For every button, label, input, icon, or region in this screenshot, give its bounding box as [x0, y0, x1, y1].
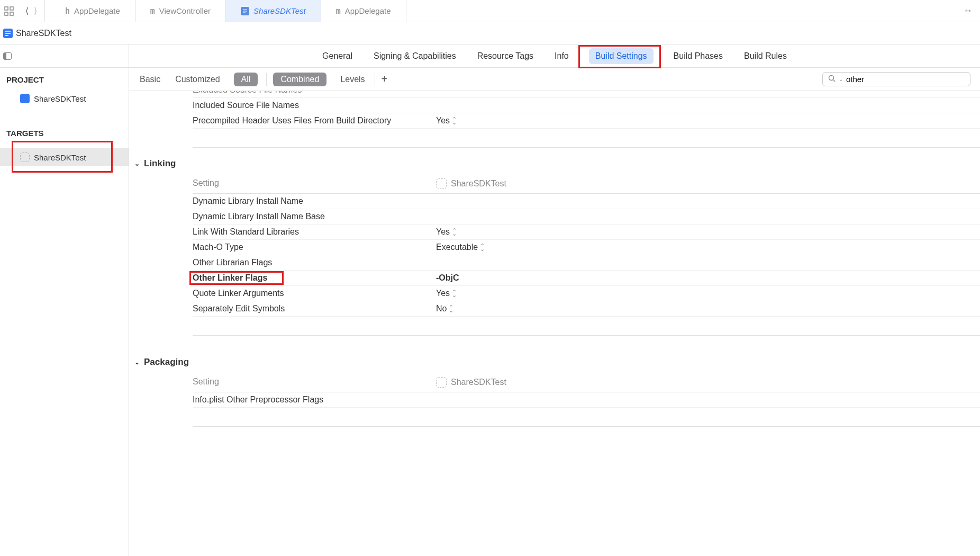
tab-signing[interactable]: Signing & Capabilities — [373, 47, 457, 65]
highlight-box — [189, 271, 284, 285]
tab-appdelegate-h[interactable]: h AppDelegate — [50, 0, 135, 22]
back-arrow-icon[interactable]: ⟨ — [23, 4, 31, 18]
tab-info[interactable]: Info — [553, 47, 570, 65]
dropdown-indicator-icon: ⌃⌄ — [449, 306, 453, 312]
add-setting-button[interactable]: + — [382, 73, 388, 85]
divider — [266, 73, 267, 86]
tab-build-phases[interactable]: Build Phases — [673, 47, 724, 65]
target-icon — [436, 178, 447, 189]
tab-general[interactable]: General — [321, 47, 353, 65]
divider — [375, 73, 375, 86]
tab-sharesdktest[interactable]: ShareSDKTest — [226, 0, 321, 22]
table-row[interactable]: Separately Edit Symbols No ⌃⌄ — [193, 301, 980, 317]
tab-resource-tags[interactable]: Resource Tags — [476, 47, 534, 65]
sidebar-toggle-icon[interactable] — [3, 52, 12, 60]
column-header-target: ShareSDKTest — [451, 179, 506, 189]
filter-levels[interactable]: Levels — [339, 73, 366, 86]
filter-bar: Basic Customized All Combined Levels + ⌄ — [129, 68, 980, 91]
table-row[interactable]: Precompiled Header Uses Files From Build… — [193, 113, 980, 129]
search-input[interactable] — [846, 75, 965, 84]
chevron-down-icon: ⌄ — [134, 160, 140, 167]
dropdown-indicator-icon: ⌃⌄ — [452, 229, 457, 235]
filter-combined[interactable]: Combined — [273, 73, 326, 86]
table-row[interactable]: Excluded Source File Names — [193, 91, 980, 98]
table-row[interactable]: Mach-O Type Executable ⌃⌄ — [193, 240, 980, 255]
tab-appdelegate-m[interactable]: m AppDelegate — [321, 0, 406, 22]
table-row[interactable]: Dynamic Library Install Name Base — [193, 209, 980, 225]
grid-icon[interactable] — [4, 6, 14, 16]
m-file-icon: m — [150, 6, 155, 16]
project-icon — [3, 29, 13, 38]
sidebar: PROJECT ShareSDKTest TARGETS ShareSDKTes… — [0, 44, 129, 556]
tab-viewcontroller[interactable]: m ViewController — [135, 0, 226, 22]
more-tabs-icon[interactable]: ↔ — [963, 5, 976, 16]
chevron-down-icon: ⌄ — [134, 358, 140, 366]
section-title-linking[interactable]: ⌄ Linking — [129, 148, 980, 174]
tab-label: AppDelegate — [345, 6, 391, 15]
app-project-icon — [241, 7, 249, 15]
tab-label: ShareSDKTest — [253, 6, 306, 15]
svg-rect-0 — [5, 7, 8, 10]
project-icon — [20, 94, 30, 103]
svg-rect-3 — [10, 12, 13, 15]
h-file-icon: h — [65, 6, 70, 16]
search-box[interactable]: ⌄ — [822, 72, 970, 86]
column-header-setting: Setting — [193, 178, 436, 189]
settings-content: Excluded Source File Names Included Sour… — [129, 91, 980, 556]
table-row[interactable]: Dynamic Library Install Name — [193, 194, 980, 209]
svg-point-6 — [829, 76, 834, 80]
highlight-box — [12, 141, 113, 173]
dropdown-indicator-icon: ⌃⌄ — [452, 118, 457, 124]
filter-customized[interactable]: Customized — [174, 73, 221, 86]
table-row[interactable]: Quote Linker Arguments Yes ⌃⌄ — [193, 286, 980, 301]
sidebar-target-item[interactable]: ShareSDKTest — [0, 148, 129, 166]
search-dropdown-icon[interactable]: ⌄ — [839, 76, 843, 82]
dropdown-indicator-icon: ⌃⌄ — [480, 244, 485, 250]
target-icon — [436, 377, 447, 388]
highlight-box — [578, 45, 661, 68]
filter-all[interactable]: All — [234, 73, 258, 86]
section-title-packaging[interactable]: ⌄ Packaging — [129, 346, 980, 373]
table-row[interactable]: Other Librarian Flags — [193, 255, 980, 271]
tab-label: ViewController — [159, 6, 211, 15]
breadcrumb: ShareSDKTest — [0, 22, 980, 44]
tab-build-settings[interactable]: Build Settings — [589, 48, 654, 64]
sidebar-item-label: ShareSDKTest — [34, 94, 86, 103]
breadcrumb-title[interactable]: ShareSDKTest — [16, 29, 71, 38]
project-section-header: PROJECT — [0, 68, 129, 89]
svg-line-7 — [833, 80, 835, 82]
search-icon — [828, 75, 836, 84]
m-file-icon: m — [336, 6, 341, 16]
project-tabs: General Signing & Capabilities Resource … — [129, 44, 980, 68]
table-row-other-linker-flags[interactable]: Other Linker Flags -ObjC — [193, 271, 980, 286]
dropdown-indicator-icon: ⌃⌄ — [452, 290, 457, 297]
column-header-target: ShareSDKTest — [451, 378, 506, 387]
table-row[interactable]: Included Source File Names — [193, 98, 980, 113]
tab-label: AppDelegate — [74, 6, 120, 15]
svg-rect-2 — [5, 12, 8, 15]
targets-section-header: TARGETS — [0, 107, 129, 143]
tab-build-rules[interactable]: Build Rules — [743, 47, 788, 65]
column-header-setting: Setting — [193, 377, 436, 388]
top-tab-bar: ⟨ ⟩ h AppDelegate m ViewController Share… — [0, 0, 980, 22]
sidebar-project-item[interactable]: ShareSDKTest — [0, 89, 129, 107]
forward-arrow-icon[interactable]: ⟩ — [32, 4, 39, 18]
table-row[interactable]: Info.plist Other Preprocessor Flags — [193, 392, 980, 408]
svg-rect-1 — [10, 7, 13, 10]
filter-basic[interactable]: Basic — [139, 73, 161, 86]
table-row[interactable]: Link With Standard Libraries Yes ⌃⌄ — [193, 225, 980, 240]
